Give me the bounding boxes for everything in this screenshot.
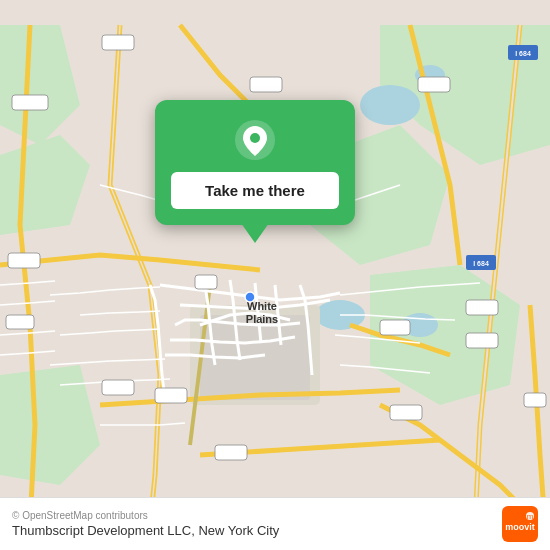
- popup-tail: [241, 223, 269, 243]
- svg-text:NY 22: NY 22: [256, 82, 275, 89]
- svg-point-50: [250, 133, 260, 143]
- svg-text:m: m: [527, 512, 534, 521]
- bottom-bar: © OpenStreetMap contributors Thumbscript…: [0, 497, 550, 550]
- location-text: Thumbscript Development LLC, New York Ci…: [12, 523, 279, 538]
- svg-text:CR 62: CR 62: [385, 325, 405, 332]
- svg-text:Plains: Plains: [246, 313, 278, 325]
- svg-text:NY 120: NY 120: [422, 82, 445, 89]
- bottom-left-info: © OpenStreetMap contributors Thumbscript…: [12, 510, 279, 538]
- svg-marker-1: [0, 25, 80, 145]
- svg-text:NY 125: NY 125: [159, 393, 182, 400]
- svg-text:NY 119: NY 119: [12, 258, 35, 265]
- attribution-text: © OpenStreetMap contributors: [12, 510, 279, 521]
- svg-text:moovit: moovit: [505, 522, 535, 532]
- svg-text:NY 100A: NY 100A: [16, 100, 44, 107]
- map-svg: NY 100 NY 100A NY 22 NY 119 NY 100 NY 12…: [0, 0, 550, 550]
- svg-text:NY 127: NY 127: [394, 410, 417, 417]
- svg-text:100A: 100A: [12, 320, 29, 327]
- svg-text:NY 125: NY 125: [219, 450, 242, 457]
- svg-text:NY 984: NY 984: [470, 305, 493, 312]
- svg-text:NY 100: NY 100: [106, 40, 129, 47]
- svg-text:HRP: HRP: [528, 398, 543, 405]
- moovit-logo: moovit m: [502, 506, 538, 542]
- svg-point-48: [245, 292, 255, 302]
- svg-text:I 684: I 684: [515, 50, 531, 57]
- svg-marker-2: [0, 135, 90, 235]
- svg-text:NY 984: NY 984: [470, 338, 493, 345]
- svg-text:I 684: I 684: [473, 260, 489, 267]
- moovit-icon: moovit m: [502, 506, 538, 542]
- take-me-there-button[interactable]: Take me there: [171, 172, 339, 209]
- location-pin-icon: [233, 118, 277, 162]
- svg-text:BR: BR: [201, 280, 211, 287]
- map-container: NY 100 NY 100A NY 22 NY 119 NY 100 NY 12…: [0, 0, 550, 550]
- svg-text:NY 100: NY 100: [106, 385, 129, 392]
- popup-card: Take me there: [155, 100, 355, 225]
- svg-point-6: [360, 85, 420, 125]
